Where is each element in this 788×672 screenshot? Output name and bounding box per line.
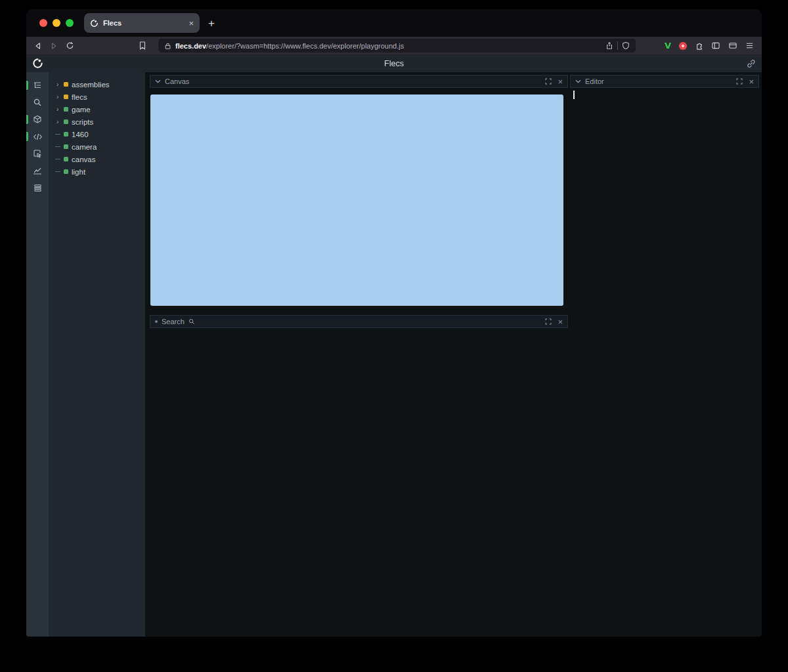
tab-flecs[interactable]: Flecs × <box>84 13 200 33</box>
app-header: Flecs <box>26 54 762 72</box>
lock-icon <box>164 42 171 50</box>
tree-item-label: camera <box>72 143 97 151</box>
extension-toolbar: V <box>665 41 754 51</box>
tree-item-game[interactable]: ›game <box>49 103 145 116</box>
minimize-window-button[interactable] <box>53 19 60 27</box>
tree-item-label: scripts <box>72 118 93 126</box>
navigation-toolbar: flecs.dev/explorer/?wasm=https://www.fle… <box>26 37 762 54</box>
canvas-panel-controls: × <box>545 77 563 86</box>
close-window-button[interactable] <box>39 19 47 27</box>
expand-icon[interactable] <box>545 78 552 85</box>
tree-item-label: 1460 <box>72 131 89 138</box>
main-content: Canvas × Search <box>145 72 762 637</box>
tab-close-icon[interactable]: × <box>188 19 194 28</box>
sidebar-item-stats[interactable] <box>26 162 49 179</box>
shield-icon[interactable] <box>622 41 630 50</box>
editor-panel-controls: × <box>736 77 754 86</box>
v-extension-icon[interactable]: V <box>665 41 671 51</box>
tree-item-1460[interactable]: 1460 <box>49 128 145 140</box>
new-tab-button[interactable]: + <box>208 18 215 29</box>
share-link-icon[interactable] <box>747 59 756 68</box>
tree-branch-line <box>55 159 60 159</box>
entity-color-swatch <box>64 157 68 161</box>
entity-color-swatch <box>64 119 68 124</box>
expand-chevron-icon[interactable]: › <box>55 81 60 88</box>
tree-branch-line <box>55 171 60 172</box>
collapse-chevron-icon[interactable] <box>575 79 581 83</box>
entity-color-swatch <box>64 82 68 87</box>
canvas-viewport[interactable] <box>150 94 563 306</box>
forward-button[interactable] <box>50 42 58 50</box>
close-icon[interactable]: × <box>749 77 754 86</box>
expand-chevron-icon[interactable]: › <box>55 118 60 125</box>
sidebar-item-inspect[interactable] <box>26 145 49 162</box>
sidebar-item-components[interactable] <box>26 111 49 128</box>
urlbar-divider <box>617 41 618 50</box>
search-panel-controls: × <box>545 318 563 326</box>
tree-item-label: light <box>72 168 85 176</box>
window-controls <box>39 19 74 27</box>
sidebar-item-scripts[interactable] <box>26 128 49 145</box>
sidebar-item-queries[interactable] <box>26 179 49 196</box>
tree-item-label: game <box>72 106 91 114</box>
tab-favicon-flecs-icon <box>90 19 98 28</box>
tree-item-assemblies[interactable]: ›assemblies <box>49 78 145 91</box>
tab-title: Flecs <box>103 19 184 27</box>
sidebar-item-search[interactable] <box>26 94 49 111</box>
editor-panel-header: Editor × <box>570 75 759 88</box>
tab-bar: Flecs × + <box>26 9 762 37</box>
editor-text-caret[interactable] <box>573 91 575 99</box>
reload-button[interactable] <box>66 41 74 50</box>
url-domain: flecs.dev <box>175 42 206 50</box>
expand-chevron-icon[interactable]: › <box>55 93 60 100</box>
bookmark-icon[interactable] <box>139 41 146 50</box>
collapse-chevron-icon[interactable] <box>155 79 161 83</box>
editor-panel-title: Editor <box>585 77 604 85</box>
search-magnifier-icon <box>188 318 195 325</box>
entity-color-swatch <box>64 132 68 136</box>
tree-item-scripts[interactable]: ›scripts <box>49 116 145 128</box>
back-button[interactable] <box>34 42 42 50</box>
puzzle-extensions-icon[interactable] <box>695 41 703 50</box>
address-bar[interactable]: flecs.dev/explorer/?wasm=https://www.fle… <box>158 39 636 52</box>
search-panel-title: Search <box>162 318 185 326</box>
close-icon[interactable]: × <box>558 77 563 86</box>
entity-color-swatch <box>64 107 68 112</box>
tree-item-label: assemblies <box>72 81 110 89</box>
entity-color-swatch <box>64 144 68 149</box>
expand-icon[interactable] <box>736 78 743 85</box>
tree-branch-line <box>55 134 60 135</box>
expand-icon[interactable] <box>545 318 552 325</box>
url-path: /explorer/?wasm=https://www.flecs.dev/ex… <box>206 42 404 50</box>
zoom-window-button[interactable] <box>66 19 74 27</box>
entity-color-swatch <box>64 169 68 174</box>
wallet-icon[interactable] <box>728 41 737 50</box>
page-title: Flecs <box>384 59 404 68</box>
tree-branch-line <box>55 146 60 147</box>
url-text: flecs.dev/explorer/?wasm=https://www.fle… <box>175 42 602 50</box>
entity-color-swatch <box>64 94 68 99</box>
tree-item-label: canvas <box>72 156 95 163</box>
expand-chevron-icon[interactable]: › <box>55 106 60 113</box>
canvas-panel-title: Canvas <box>165 77 189 85</box>
tree-item-camera[interactable]: camera <box>49 140 145 153</box>
tool-sidebar <box>26 72 49 637</box>
tree-item-light[interactable]: light <box>49 165 145 178</box>
search-panel-header: Search × <box>150 315 568 328</box>
share-icon[interactable] <box>605 41 613 50</box>
sidebar-toggle-icon[interactable] <box>711 41 720 50</box>
tree-item-label: flecs <box>72 93 87 101</box>
menu-hamburger-icon[interactable] <box>745 41 754 50</box>
browser-window: Flecs × + flecs.dev/explorer/?wasm=https… <box>26 9 762 637</box>
app-body: ›assemblies›flecs›game›scripts1460camera… <box>26 72 762 637</box>
flecs-logo-icon[interactable] <box>32 58 43 69</box>
collapsed-indicator-icon[interactable] <box>155 320 158 323</box>
red-extension-icon[interactable] <box>679 42 687 50</box>
tree-item-canvas[interactable]: canvas <box>49 153 145 165</box>
entity-tree: ›assemblies›flecs›game›scripts1460camera… <box>49 72 145 637</box>
tree-item-flecs[interactable]: ›flecs <box>49 91 145 103</box>
sidebar-item-entity-tree[interactable] <box>26 77 49 94</box>
close-icon[interactable]: × <box>558 318 563 326</box>
canvas-panel-header: Canvas × <box>150 75 568 88</box>
